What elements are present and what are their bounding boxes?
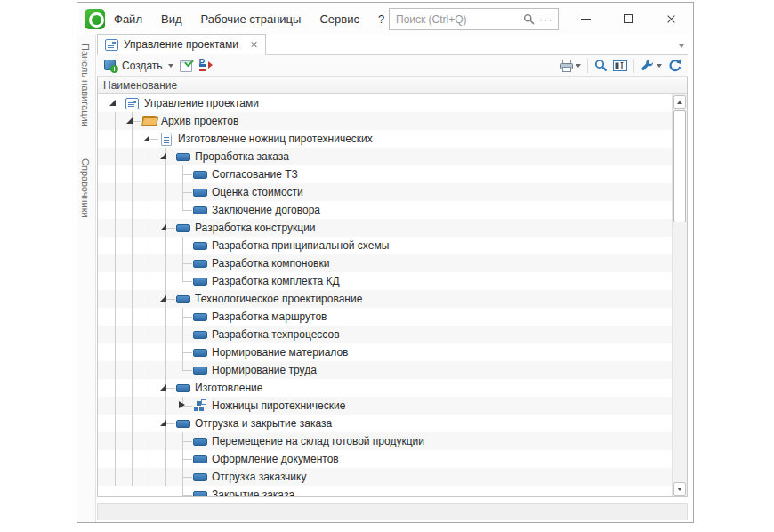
refresh-button[interactable] bbox=[665, 57, 684, 74]
plan-icon bbox=[198, 59, 213, 72]
settings-dropdown-icon[interactable] bbox=[657, 64, 662, 68]
create-dropdown-icon[interactable] bbox=[168, 64, 173, 68]
menu-view[interactable]: Вид bbox=[159, 11, 184, 28]
tab-project-management[interactable]: Управление проектами bbox=[97, 34, 266, 55]
tree-item[interactable]: Архив проектов bbox=[98, 112, 672, 130]
expander-icon[interactable] bbox=[143, 135, 149, 141]
expander-icon[interactable] bbox=[126, 117, 133, 124]
tree-item[interactable]: Управление проектами bbox=[98, 94, 672, 112]
tree-item[interactable]: Нормирование труда bbox=[98, 361, 672, 379]
tree-guide bbox=[157, 450, 174, 468]
sidebar-item-references[interactable]: Справочники bbox=[80, 158, 91, 218]
tree-item[interactable]: Заключение договора bbox=[98, 201, 672, 219]
minimize-button[interactable] bbox=[572, 6, 599, 31]
tree-guide bbox=[141, 219, 157, 237]
tree-connector bbox=[174, 183, 191, 201]
tree-item[interactable]: Разработка маршрутов bbox=[98, 308, 672, 326]
tree-item[interactable]: Разработка принципиальной схемы bbox=[98, 237, 672, 254]
tree-item[interactable]: Разработка конструкции bbox=[98, 219, 672, 237]
tree-connector bbox=[141, 130, 157, 148]
tree-item[interactable]: Отгрузка и закрытие заказа bbox=[98, 415, 672, 432]
tree-item[interactable]: Разработка техпроцессов bbox=[98, 326, 672, 343]
folder-icon bbox=[142, 116, 157, 126]
tree-item[interactable]: Согласование ТЗ bbox=[98, 165, 672, 183]
tree-item[interactable]: Перемещение на склад готовой продукции bbox=[98, 432, 672, 450]
stage-icon bbox=[176, 384, 190, 392]
expander-icon[interactable] bbox=[160, 420, 166, 426]
tree-guide bbox=[124, 183, 141, 201]
tree-item[interactable]: Оформление документов bbox=[98, 450, 672, 468]
tree-item[interactable]: Оценка стоимости bbox=[98, 183, 672, 201]
stage-icon bbox=[193, 455, 207, 463]
planning-button[interactable] bbox=[196, 57, 215, 74]
find-in-field-button[interactable] bbox=[610, 59, 630, 73]
expander-icon[interactable] bbox=[160, 384, 166, 391]
tree-guide bbox=[107, 379, 124, 397]
tree-guide bbox=[141, 148, 157, 165]
tree-item-label: Нормирование материалов bbox=[212, 346, 349, 359]
global-search[interactable]: ··· bbox=[389, 8, 559, 30]
column-header-name[interactable]: Наименование bbox=[98, 77, 687, 94]
app-logo-icon bbox=[85, 9, 105, 29]
tree-item[interactable]: Технологическое проектирование bbox=[98, 290, 672, 308]
stage-icon bbox=[193, 473, 207, 481]
tree-item[interactable]: Проработка заказа bbox=[98, 148, 672, 165]
search-more-options-icon[interactable]: ··· bbox=[539, 15, 553, 24]
tree-item-label: Разработка конструкции bbox=[195, 222, 316, 234]
search-icon[interactable] bbox=[523, 13, 535, 25]
tree-guide bbox=[124, 468, 141, 486]
tree-guide bbox=[107, 165, 124, 183]
tab-close-icon[interactable] bbox=[251, 41, 258, 48]
search-input[interactable] bbox=[394, 12, 523, 27]
tree-item[interactable]: Ножницы пиротехнические bbox=[98, 397, 672, 415]
tree-guide bbox=[141, 450, 157, 468]
tree-item[interactable]: Нормирование материалов bbox=[98, 343, 672, 361]
tree-guide bbox=[124, 308, 141, 326]
stage-icon bbox=[193, 438, 207, 446]
maximize-button[interactable] bbox=[615, 6, 641, 31]
tree-item[interactable]: Изготовление bbox=[98, 379, 672, 397]
expander-icon[interactable] bbox=[160, 224, 166, 230]
expander-icon[interactable] bbox=[160, 295, 166, 302]
menu-workpages[interactable]: Рабочие страницы bbox=[199, 11, 303, 28]
expander-icon[interactable] bbox=[160, 153, 166, 159]
approve-form-button[interactable] bbox=[177, 58, 196, 74]
minimize-icon bbox=[581, 19, 591, 20]
expander-icon[interactable] bbox=[109, 100, 116, 106]
menu-service[interactable]: Сервис bbox=[318, 11, 361, 28]
scroll-up-button[interactable] bbox=[673, 95, 686, 109]
create-button[interactable]: Создать bbox=[101, 57, 177, 75]
scroll-down-button[interactable] bbox=[673, 482, 686, 496]
tree-item-label: Технологическое проектирование bbox=[195, 293, 362, 305]
tree-guide bbox=[107, 148, 124, 165]
tree-item-label: Разработка принципиальной схемы bbox=[212, 239, 389, 252]
tree-item[interactable]: Разработка компоновки bbox=[98, 254, 672, 272]
tree-rows: Управление проектамиАрхив проектовИзгото… bbox=[98, 94, 672, 496]
tab-strip: Управление проектами bbox=[97, 35, 688, 55]
print-dropdown-icon[interactable] bbox=[576, 64, 581, 68]
settings-button[interactable] bbox=[638, 57, 665, 74]
vertical-scrollbar[interactable] bbox=[672, 94, 687, 496]
tree-item[interactable]: Закрытие заказа bbox=[98, 486, 672, 496]
find-button[interactable] bbox=[592, 57, 610, 74]
tree-item-label: Архив проектов bbox=[161, 115, 238, 127]
sidebar-item-navigation-panel[interactable]: Панель навигации bbox=[80, 44, 91, 127]
tree-item[interactable]: Отгрузка заказчику bbox=[98, 468, 672, 486]
create-button-label: Создать bbox=[122, 60, 163, 72]
assembly-icon bbox=[193, 399, 207, 413]
expander-icon[interactable] bbox=[179, 401, 185, 408]
close-button[interactable] bbox=[657, 6, 684, 31]
tree-item[interactable]: Разработка комплекта КД bbox=[98, 272, 672, 290]
tree-guide bbox=[107, 254, 124, 272]
tab-list-chevron-icon[interactable] bbox=[679, 44, 684, 48]
tree-guide bbox=[124, 432, 141, 450]
menu-file[interactable]: Файл bbox=[112, 11, 144, 28]
tree-guide bbox=[107, 361, 124, 379]
menu-help[interactable]: ? bbox=[376, 11, 386, 28]
tree-item[interactable]: Изготовление ножниц пиротехнических bbox=[98, 130, 672, 148]
scrollbar-thumb[interactable] bbox=[673, 110, 686, 222]
tree-guide bbox=[124, 326, 141, 343]
tree-guide bbox=[141, 343, 157, 361]
printer-icon bbox=[560, 60, 574, 72]
print-button[interactable] bbox=[557, 58, 584, 74]
